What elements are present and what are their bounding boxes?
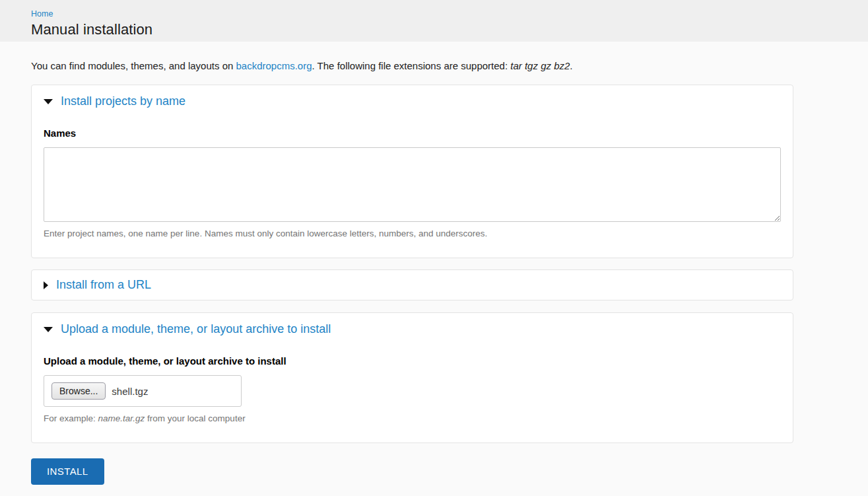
breadcrumb: Home: [31, 7, 868, 19]
fieldset-install-from-url: Install from a URL: [31, 269, 793, 301]
fieldset-by-name-legend-link[interactable]: Install projects by name: [61, 94, 185, 108]
fieldset-from-url-legend-link[interactable]: Install from a URL: [56, 278, 151, 292]
fieldset-upload-archive: Upload a module, theme, or layout archiv…: [31, 312, 793, 443]
breadcrumb-home-link[interactable]: Home: [31, 9, 53, 18]
intro-text: You can find modules, themes, and layout…: [31, 59, 793, 73]
selected-file-name: shell.tgz: [112, 386, 148, 397]
upload-description-suffix: from your local computer: [145, 413, 245, 423]
names-textarea[interactable]: [44, 147, 781, 222]
names-label: Names: [44, 127, 781, 139]
main-content: You can find modules, themes, and layout…: [31, 59, 793, 485]
triangle-right-icon: [44, 281, 48, 289]
fieldset-install-by-name: Install projects by name Names Enter pro…: [31, 85, 793, 258]
intro-part1: You can find modules, themes, and layout…: [31, 60, 236, 71]
intro-part3: .: [570, 60, 572, 71]
triangle-down-icon: [44, 327, 53, 332]
names-description: Enter project names, one name per line. …: [44, 228, 781, 240]
upload-file-label: Upload a module, theme, or layout archiv…: [44, 355, 781, 367]
intro-extensions: tar tgz gz bz2: [510, 60, 570, 71]
fieldset-from-url-toggle[interactable]: Install from a URL: [44, 278, 781, 292]
upload-description-example: name.tar.gz: [98, 413, 145, 423]
browse-button[interactable]: Browse...: [51, 382, 106, 400]
intro-part2: . The following file extensions are supp…: [312, 60, 511, 71]
install-button[interactable]: INSTALL: [31, 458, 104, 485]
page-header: Home Manual installation: [0, 0, 868, 42]
page-title: Manual installation: [31, 21, 868, 38]
file-upload-input[interactable]: Browse... shell.tgz: [44, 375, 242, 407]
upload-description-prefix: For example:: [44, 413, 98, 423]
triangle-down-icon: [44, 99, 53, 104]
fieldset-upload-toggle[interactable]: Upload a module, theme, or layout archiv…: [44, 322, 781, 336]
upload-description: For example: name.tar.gz from your local…: [44, 413, 781, 425]
backdropcms-link[interactable]: backdropcms.org: [236, 60, 312, 71]
fieldset-by-name-toggle[interactable]: Install projects by name: [44, 94, 781, 108]
fieldset-upload-legend-link[interactable]: Upload a module, theme, or layout archiv…: [61, 322, 331, 336]
